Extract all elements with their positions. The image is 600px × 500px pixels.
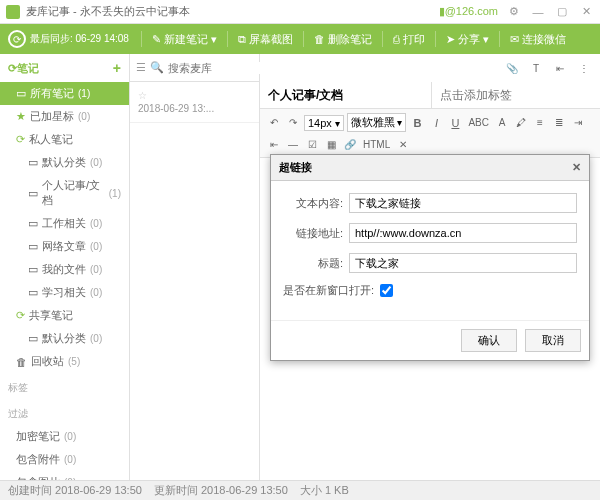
strike-button[interactable]: ABC — [466, 114, 491, 132]
trash-icon: 🗑 — [314, 33, 325, 45]
sidebar-notebook-item[interactable]: ▭工作相关 (0) — [0, 212, 129, 235]
add-notebook-button[interactable]: + — [113, 60, 121, 76]
share-button[interactable]: ➤分享 ▾ — [440, 24, 495, 54]
sidebar-shared-default[interactable]: ▭默认分类 (0) — [0, 327, 129, 350]
indent-button[interactable]: ⇥ — [570, 114, 586, 132]
note-tags-input[interactable] — [432, 82, 600, 108]
sidebar: ⟳ 笔记 + ▭所有笔记 (1) ★已加星标 (0) ⟳私人笔记 ▭默认分类 (… — [0, 54, 130, 480]
redo-icon[interactable]: ↷ — [285, 114, 301, 132]
new-note-button[interactable]: ✎新建笔记 ▾ — [146, 24, 223, 54]
user-email[interactable]: ▮@126.com — [439, 5, 498, 18]
newwin-label: 是否在新窗口打开: — [283, 283, 374, 298]
font-family-select[interactable]: 微软雅黑 ▾ — [347, 113, 407, 132]
text-label: 文本内容: — [283, 196, 343, 211]
note-title-input[interactable] — [260, 82, 432, 108]
file-size: 大小 1 KB — [300, 483, 349, 498]
print-button[interactable]: ⎙打印 — [387, 24, 431, 54]
crop-icon: ⧉ — [238, 33, 246, 46]
checkbox-button[interactable]: ☑ — [304, 135, 320, 153]
sidebar-notebook-item[interactable]: ▭默认分类 (0) — [0, 151, 129, 174]
text-icon[interactable]: T — [528, 59, 544, 77]
print-icon: ⎙ — [393, 33, 400, 45]
align-button[interactable]: ≡ — [532, 114, 548, 132]
dropdown-icon: ▾ — [483, 33, 489, 46]
sidebar-encrypted[interactable]: 加密笔记 (0) — [0, 425, 129, 448]
sync-status: 最后同步: 06-29 14:08 — [30, 32, 129, 46]
dialog-title: 超链接 — [279, 160, 312, 175]
clear-button[interactable]: ✕ — [395, 135, 411, 153]
delete-button[interactable]: 🗑删除笔记 — [308, 24, 378, 54]
search-icon: 🔍 — [150, 61, 164, 74]
sidebar-notebook-item[interactable]: ▭网络文章 (0) — [0, 235, 129, 258]
notes-section-header: ⟳ 笔记 + — [0, 54, 129, 82]
app-logo — [6, 5, 20, 19]
sync-small-icon: ⟳ — [16, 309, 25, 322]
url-label: 链接地址: — [283, 226, 343, 241]
font-size-select[interactable]: 14px ▾ — [304, 115, 344, 131]
sync-small-icon: ⟳ — [8, 62, 17, 75]
cancel-button[interactable]: 取消 — [525, 329, 581, 352]
sidebar-attachments[interactable]: 包含附件 (0) — [0, 448, 129, 471]
underline-button[interactable]: U — [447, 114, 463, 132]
pencil-icon: ✎ — [152, 33, 161, 46]
attach-icon[interactable]: 📎 — [504, 59, 520, 77]
italic-button[interactable]: I — [428, 114, 444, 132]
sidebar-notebook-item[interactable]: ▭个人记事/文档 (1) — [0, 174, 129, 212]
ok-button[interactable]: 确认 — [461, 329, 517, 352]
wechat-button[interactable]: ✉连接微信 — [504, 24, 572, 54]
hr-button[interactable]: — — [285, 135, 301, 153]
screenshot-button[interactable]: ⧉屏幕截图 — [232, 24, 299, 54]
sidebar-notebook-item[interactable]: ▭学习相关 (0) — [0, 281, 129, 304]
dialog-close-button[interactable]: ✕ — [572, 161, 581, 174]
link-button[interactable]: 🔗 — [342, 135, 358, 153]
more-icon[interactable]: ⋮ — [576, 59, 592, 77]
export-icon[interactable]: ⇤ — [552, 59, 568, 77]
filter-header: 过滤 — [0, 403, 129, 425]
share-icon: ➤ — [446, 33, 455, 46]
note-list-item[interactable]: ☆ 2018-06-29 13:... — [130, 82, 259, 123]
sidebar-private[interactable]: ⟳私人笔记 — [0, 128, 129, 151]
sidebar-notebook-item[interactable]: ▭我的文件 (0) — [0, 258, 129, 281]
sidebar-shared[interactable]: ⟳共享笔记 — [0, 304, 129, 327]
sidebar-starred[interactable]: ★已加星标 (0) — [0, 105, 129, 128]
sync-icon[interactable]: ⟳ — [8, 30, 26, 48]
table-button[interactable]: ▦ — [323, 135, 339, 153]
hyperlink-dialog: 超链接 ✕ 文本内容: 链接地址: 标题: 是否在新窗口打开: 确认 取消 — [270, 154, 590, 361]
list-icon[interactable]: ☰ — [136, 61, 146, 74]
settings-icon[interactable]: ⚙ — [506, 4, 522, 20]
titlebar: 麦库记事 - 永不丢失的云中记事本 ▮@126.com ⚙ — ▢ ✕ — [0, 0, 600, 24]
editor-pane: 📎 T ⇤ ⋮ ↶ ↷ 14px ▾ 微软雅黑 ▾ B I U ABC A 🖍 … — [260, 54, 600, 480]
bold-button[interactable]: B — [409, 114, 425, 132]
title-label: 标题: — [283, 256, 343, 271]
sidebar-recycle[interactable]: 🗑回收站 (5) — [0, 350, 129, 373]
newwin-checkbox[interactable] — [380, 284, 393, 297]
wechat-icon: ✉ — [510, 33, 519, 46]
minimize-button[interactable]: — — [530, 4, 546, 20]
list-button[interactable]: ≣ — [551, 114, 567, 132]
format-toolbar: ↶ ↷ 14px ▾ 微软雅黑 ▾ B I U ABC A 🖍 ≡ ≣ ⇥ ⇤ … — [260, 109, 600, 158]
bgcolor-button[interactable]: 🖍 — [513, 114, 529, 132]
link-text-input[interactable] — [349, 193, 577, 213]
folder-icon: ▭ — [28, 240, 38, 253]
maximize-button[interactable]: ▢ — [554, 4, 570, 20]
html-button[interactable]: HTML — [361, 135, 392, 153]
color-button[interactable]: A — [494, 114, 510, 132]
star-icon[interactable]: ☆ — [138, 90, 251, 101]
folder-icon: ▭ — [28, 156, 38, 169]
sidebar-all-notes[interactable]: ▭所有笔记 (1) — [0, 82, 129, 105]
undo-icon[interactable]: ↶ — [266, 114, 282, 132]
folder-icon: ▭ — [28, 286, 38, 299]
close-button[interactable]: ✕ — [578, 4, 594, 20]
outdent-button[interactable]: ⇤ — [266, 135, 282, 153]
folder-icon: ▭ — [28, 263, 38, 276]
folder-icon: ▭ — [28, 332, 38, 345]
folder-icon: ▭ — [16, 87, 26, 100]
link-url-input[interactable] — [349, 223, 577, 243]
dropdown-icon: ▾ — [211, 33, 217, 46]
created-time: 创建时间 2018-06-29 13:50 — [8, 483, 142, 498]
sync-small-icon: ⟳ — [16, 133, 25, 146]
link-title-input[interactable] — [349, 253, 577, 273]
folder-icon: ▭ — [28, 187, 38, 200]
folder-icon: ▭ — [28, 217, 38, 230]
sidebar-images[interactable]: 包含图片 (0) — [0, 471, 129, 480]
